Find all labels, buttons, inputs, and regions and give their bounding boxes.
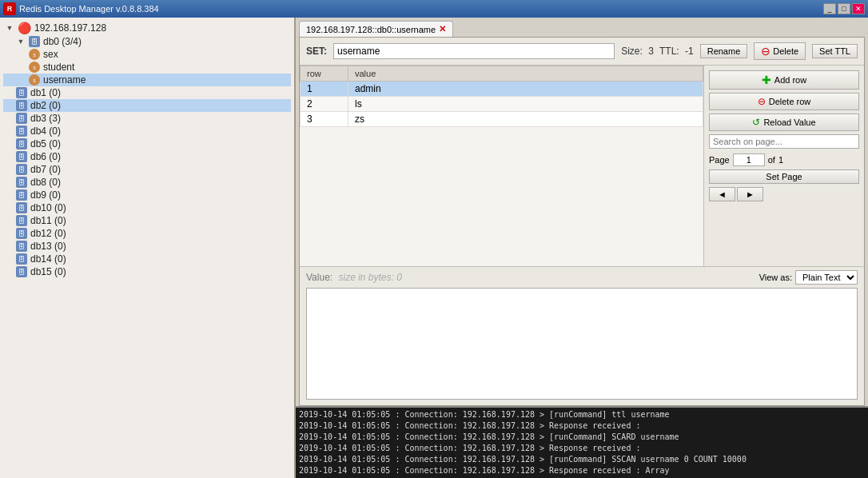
maximize-button[interactable]: □ <box>838 3 850 14</box>
db5-label: db5 (0) <box>30 138 61 149</box>
key-student[interactable]: s student <box>3 61 291 74</box>
tab-label: 192.168.197.128::db0::username <box>306 25 436 34</box>
db1-icon: 🗄 <box>16 87 27 98</box>
db12-node[interactable]: 🗄 db12 (0) <box>3 227 291 240</box>
size-label: Size: 3 TTL: -1 <box>621 46 694 57</box>
db4-node[interactable]: 🗄 db4 (0) <box>3 125 291 137</box>
db6-icon: 🗄 <box>16 151 27 162</box>
key-username[interactable]: s username <box>3 74 291 86</box>
data-table: row value 1 admin 2 <box>300 66 703 127</box>
delete-button[interactable]: ⊖ Delete <box>754 42 806 60</box>
db10-label: db10 (0) <box>30 202 66 213</box>
db1-node[interactable]: 🗄 db1 (0) <box>3 86 291 99</box>
log-line: 2019-10-14 01:05:05 : Connection: 192.16… <box>299 432 865 443</box>
cell-row: 2 <box>301 97 348 112</box>
table-and-actions: row value 1 admin 2 <box>300 66 864 266</box>
table-container: row value 1 admin 2 <box>300 66 704 266</box>
col-row: row <box>301 66 348 82</box>
col-value: value <box>348 66 703 82</box>
db9-node[interactable]: 🗄 db9 (0) <box>3 189 291 201</box>
db7-node[interactable]: 🗄 db7 (0) <box>3 163 291 176</box>
db2-node[interactable]: 🗄 db2 (0) <box>3 99 291 112</box>
title-bar: R Redis Desktop Manager v.0.8.8.384 _ □ … <box>0 0 868 18</box>
page-input[interactable] <box>733 153 765 166</box>
table-row[interactable]: 2 ls <box>301 97 703 112</box>
db6-label: db6 (0) <box>30 151 61 162</box>
table-row[interactable]: 3 zs <box>301 112 703 127</box>
db6-node[interactable]: 🗄 db6 (0) <box>3 150 291 163</box>
db2-icon: 🗄 <box>16 100 27 111</box>
db0-icon: 🗄 <box>29 36 40 47</box>
db13-label: db13 (0) <box>30 241 66 252</box>
rename-button[interactable]: Rename <box>700 44 748 58</box>
value-textarea[interactable] <box>306 288 858 400</box>
actions-panel: ✚ Add row ⊖ Delete row ↺ Reload Value <box>704 66 864 266</box>
db14-node[interactable]: 🗄 db14 (0) <box>3 253 291 265</box>
db1-label: db1 (0) <box>30 87 61 98</box>
add-row-button[interactable]: ✚ Add row <box>709 70 859 90</box>
add-icon: ✚ <box>762 74 771 86</box>
next-button[interactable]: ► <box>737 187 763 201</box>
db8-node[interactable]: 🗄 db8 (0) <box>3 176 291 189</box>
db5-node[interactable]: 🗄 db5 (0) <box>3 137 291 150</box>
set-icon-username: s <box>29 74 40 86</box>
db4-icon: 🗄 <box>16 125 27 137</box>
log-line: 2019-10-14 01:05:05 : Connection: 192.16… <box>299 465 865 476</box>
db4-label: db4 (0) <box>30 125 61 137</box>
app-icon: R <box>3 2 16 15</box>
value-placeholder: size in bytes: 0 <box>338 272 401 283</box>
cell-value: admin <box>348 82 703 97</box>
db15-icon: 🗄 <box>16 266 27 277</box>
search-input[interactable] <box>709 134 859 149</box>
db13-node[interactable]: 🗄 db13 (0) <box>3 240 291 253</box>
minimize-button[interactable]: _ <box>823 3 836 14</box>
content-area: SET: Size: 3 TTL: -1 Rename ⊖ Delete Set… <box>299 37 865 406</box>
view-as-control: View as: Plain Text JSON Hex <box>759 270 858 285</box>
set-name-input[interactable] <box>333 43 615 59</box>
db10-icon: 🗄 <box>16 202 27 213</box>
view-as-select[interactable]: Plain Text JSON Hex <box>795 270 858 285</box>
db0-node[interactable]: ▼ 🗄 db0 (3/4) <box>3 35 291 48</box>
db15-node[interactable]: 🗄 db15 (0) <box>3 265 291 278</box>
log-line: 2019-10-14 01:05:05 : Connection: 192.16… <box>299 454 865 465</box>
db13-icon: 🗄 <box>16 241 27 252</box>
log-line: 2019-10-14 01:05:05 : Connection: 192.16… <box>299 443 865 454</box>
db14-label: db14 (0) <box>30 253 66 265</box>
db11-node[interactable]: 🗄 db11 (0) <box>3 214 291 227</box>
server-label: 192.168.197.128 <box>34 22 106 34</box>
table-row[interactable]: 1 admin <box>301 82 703 97</box>
expand-icon: ▼ <box>5 23 14 33</box>
reload-value-button[interactable]: ↺ Reload Value <box>709 114 859 131</box>
log-line: 2019-10-14 01:05:05 : Connection: 192.16… <box>299 420 865 432</box>
tab-bar: 192.168.197.128::db0::username ✕ <box>296 18 868 37</box>
key-username-label: username <box>43 74 86 86</box>
set-ttl-button[interactable]: Set TTL <box>812 44 858 58</box>
main-tab[interactable]: 192.168.197.128::db0::username ✕ <box>299 21 453 37</box>
set-header: SET: Size: 3 TTL: -1 Rename ⊖ Delete Set… <box>300 38 864 66</box>
set-page-button[interactable]: Set Page <box>709 169 859 184</box>
del-icon: ⊖ <box>758 96 766 107</box>
db3-node[interactable]: 🗄 db3 (3) <box>3 112 291 125</box>
right-panel: 192.168.197.128::db0::username ✕ SET: Si… <box>296 18 868 478</box>
cell-row: 1 <box>301 82 348 97</box>
value-header: Value: size in bytes: 0 View as: Plain T… <box>306 270 858 285</box>
db10-node[interactable]: 🗄 db10 (0) <box>3 201 291 214</box>
delete-row-button[interactable]: ⊖ Delete row <box>709 93 859 110</box>
server-node[interactable]: ▼ 🔴 192.168.197.128 <box>3 21 291 35</box>
prev-button[interactable]: ◄ <box>709 187 735 201</box>
tab-close-icon[interactable]: ✕ <box>439 24 446 34</box>
db7-icon: 🗄 <box>16 164 27 175</box>
db15-label: db15 (0) <box>30 266 66 277</box>
title-bar-text: Redis Desktop Manager v.0.8.8.384 <box>19 4 159 14</box>
cell-row: 3 <box>301 112 348 127</box>
nav-buttons: ◄ ► <box>709 187 859 201</box>
cell-value: zs <box>348 112 703 127</box>
close-button[interactable]: ✕ <box>852 3 865 14</box>
title-bar-buttons: _ □ ✕ <box>823 3 865 14</box>
set-icon-student: s <box>29 62 40 73</box>
db14-icon: 🗄 <box>16 253 27 265</box>
db8-icon: 🗄 <box>16 177 27 188</box>
db7-label: db7 (0) <box>30 164 61 175</box>
key-sex[interactable]: s sex <box>3 48 291 61</box>
db5-icon: 🗄 <box>16 138 27 149</box>
